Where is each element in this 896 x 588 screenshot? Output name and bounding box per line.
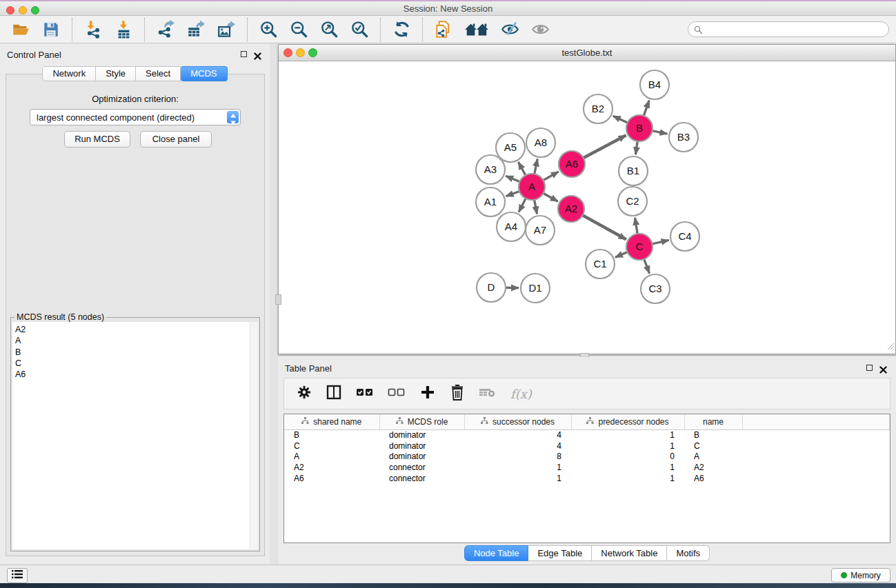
- zoom-in-button[interactable]: [258, 19, 279, 40]
- hide-graphics-details-button[interactable]: [530, 19, 550, 40]
- graph-node-B3[interactable]: B3: [669, 123, 698, 152]
- tab-motifs[interactable]: Motifs: [667, 545, 710, 561]
- show-graphics-details-button[interactable]: [499, 19, 520, 40]
- tab-edge-table[interactable]: Edge Table: [528, 545, 592, 561]
- cell-shared-name[interactable]: B: [284, 429, 379, 440]
- cell-MCDS-role[interactable]: dominator: [379, 451, 464, 462]
- cell-successor-nodes[interactable]: 4: [464, 429, 571, 440]
- cell-MCDS-role[interactable]: dominator: [379, 440, 464, 452]
- export-table-button[interactable]: [186, 19, 206, 40]
- splitter-collapse-handle[interactable]: [275, 294, 281, 305]
- node-table-container[interactable]: shared nameMCDS rolesuccessor nodesprede…: [283, 414, 890, 543]
- show-columns-button[interactable]: [326, 384, 342, 403]
- mcds-result-item[interactable]: A6: [15, 369, 250, 380]
- cell-MCDS-role[interactable]: dominator: [379, 429, 464, 440]
- cell-successor-nodes[interactable]: 8: [464, 451, 571, 462]
- function-builder-button[interactable]: f(x): [510, 387, 532, 401]
- run-mcds-button[interactable]: Run MCDS: [64, 131, 130, 148]
- graph-node-A7[interactable]: A7: [526, 216, 555, 245]
- column-header-name[interactable]: name: [684, 414, 742, 429]
- graph-node-C1[interactable]: C1: [586, 250, 615, 278]
- cell-shared-name[interactable]: C: [284, 440, 379, 452]
- cell-predecessor-nodes[interactable]: 1: [571, 462, 684, 473]
- cell-shared-name[interactable]: A: [284, 451, 379, 462]
- close-panel-button[interactable]: Close panel: [140, 131, 212, 148]
- cell-name[interactable]: A: [684, 451, 742, 462]
- cell-shared-name[interactable]: A2: [284, 462, 379, 473]
- mcds-result-item[interactable]: C: [15, 358, 250, 369]
- open-file-button[interactable]: [10, 19, 31, 40]
- tab-network-table[interactable]: Network Table: [592, 545, 667, 561]
- deselect-all-button[interactable]: [388, 385, 406, 403]
- criterion-dropdown[interactable]: largest connected component (directed): [30, 109, 241, 125]
- mcds-result-list[interactable]: A2ABCA6: [12, 322, 250, 549]
- close-panel-icon[interactable]: [879, 364, 887, 372]
- mcds-result-item[interactable]: B: [15, 347, 250, 358]
- table-row[interactable]: Adominator80A: [284, 451, 890, 462]
- graph-node-C3[interactable]: C3: [641, 274, 670, 303]
- refresh-button[interactable]: [391, 19, 412, 40]
- column-header-predecessor-nodes[interactable]: predecessor nodes: [571, 414, 684, 429]
- clone-network-button[interactable]: [433, 19, 454, 40]
- graph-node-A6[interactable]: A6: [559, 151, 585, 177]
- export-network-button[interactable]: [155, 19, 176, 40]
- graph-node-A5[interactable]: A5: [496, 133, 525, 162]
- resize-grip-icon[interactable]: [886, 341, 895, 353]
- graph-node-C2[interactable]: C2: [618, 187, 647, 216]
- table-row[interactable]: Cdominator41C: [284, 440, 890, 452]
- mcds-result-item[interactable]: A: [15, 335, 250, 346]
- zoom-fit-button[interactable]: [319, 19, 339, 40]
- cell-name[interactable]: A6: [684, 473, 742, 484]
- close-panel-icon[interactable]: [254, 50, 261, 58]
- mcds-scrollbar[interactable]: [250, 322, 258, 549]
- graph-node-A2[interactable]: A2: [558, 196, 584, 222]
- search-input[interactable]: [688, 21, 889, 37]
- float-panel-icon[interactable]: [241, 51, 247, 57]
- network-canvas[interactable]: B4B2BB3A8A5A6A3B1AC2A1A2A4A7C4CC1C3DD1: [279, 61, 895, 354]
- create-column-button[interactable]: [419, 384, 436, 403]
- show-panels-button[interactable]: [464, 19, 490, 40]
- cell-name[interactable]: C: [684, 440, 742, 452]
- graph-node-A[interactable]: A: [519, 174, 545, 200]
- memory-button[interactable]: Memory: [831, 568, 890, 582]
- tab-select[interactable]: Select: [136, 66, 181, 81]
- graph-node-C[interactable]: C: [626, 234, 653, 260]
- cell-predecessor-nodes[interactable]: 1: [571, 473, 684, 484]
- delete-column-button[interactable]: [450, 384, 465, 403]
- table-row[interactable]: A6connector11A6: [284, 473, 890, 484]
- table-settings-button[interactable]: [297, 385, 312, 403]
- delete-table-button[interactable]: [479, 385, 497, 403]
- graph-node-A8[interactable]: A8: [526, 128, 555, 157]
- cell-MCDS-role[interactable]: connector: [379, 462, 464, 473]
- save-session-button[interactable]: [41, 19, 61, 40]
- cell-name[interactable]: B: [684, 429, 742, 440]
- cell-predecessor-nodes[interactable]: 1: [571, 429, 684, 440]
- graph-node-B4[interactable]: B4: [640, 70, 669, 99]
- cell-MCDS-role[interactable]: connector: [379, 473, 464, 484]
- cell-predecessor-nodes[interactable]: 0: [571, 451, 684, 462]
- cell-successor-nodes[interactable]: 4: [464, 440, 571, 452]
- graph-node-C4[interactable]: C4: [670, 222, 699, 251]
- tab-mcds[interactable]: MCDS: [181, 66, 227, 81]
- cell-successor-nodes[interactable]: 1: [464, 473, 571, 484]
- export-image-button[interactable]: [216, 19, 237, 40]
- task-history-button[interactable]: [7, 568, 28, 583]
- cell-name[interactable]: A2: [684, 462, 742, 473]
- column-header-shared-name[interactable]: shared name: [284, 414, 379, 429]
- import-table-button[interactable]: [113, 19, 134, 40]
- graph-node-D1[interactable]: D1: [521, 274, 550, 303]
- table-row[interactable]: A2connector11A2: [284, 462, 890, 473]
- tab-network[interactable]: Network: [42, 66, 96, 81]
- graph-node-A1[interactable]: A1: [476, 187, 505, 216]
- zoom-selected-button[interactable]: [349, 19, 370, 40]
- graph-node-D[interactable]: D: [477, 273, 506, 302]
- float-panel-icon[interactable]: [866, 365, 873, 371]
- column-header-successor-nodes[interactable]: successor nodes: [464, 414, 571, 429]
- zoom-out-button[interactable]: [288, 19, 309, 40]
- import-network-button[interactable]: [83, 19, 103, 40]
- graph-node-A4[interactable]: A4: [497, 212, 526, 241]
- cell-shared-name[interactable]: A6: [284, 473, 379, 484]
- column-header-MCDS-role[interactable]: MCDS role: [379, 414, 464, 429]
- mcds-result-item[interactable]: A2: [15, 324, 250, 335]
- cell-successor-nodes[interactable]: 1: [464, 462, 571, 473]
